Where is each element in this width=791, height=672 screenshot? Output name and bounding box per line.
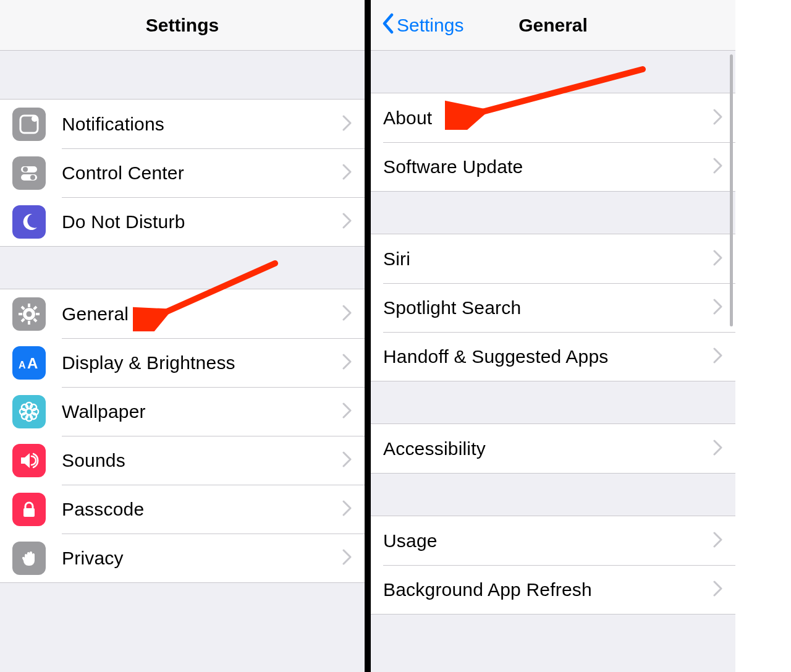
scroll-indicator[interactable]	[730, 54, 733, 326]
general-pane: Settings General About Software Update S…	[371, 0, 735, 672]
row-label: Wallpaper	[62, 401, 342, 422]
row-label: Software Update	[383, 156, 713, 177]
chevron-right-icon	[342, 500, 352, 519]
chevron-right-icon	[713, 109, 723, 127]
general-row-software-update[interactable]: Software Update	[371, 142, 735, 191]
back-label: Settings	[397, 15, 463, 36]
svg-rect-11	[33, 305, 37, 310]
general-row-siri[interactable]: Siri	[371, 234, 735, 283]
row-label: Do Not Disturb	[62, 211, 342, 232]
row-label: Privacy	[62, 548, 342, 569]
chevron-right-icon	[713, 250, 723, 268]
settings-row-notifications[interactable]: Notifications	[0, 100, 365, 148]
page-title: General	[518, 15, 588, 36]
row-label: Usage	[383, 530, 713, 551]
page-title: Settings	[146, 15, 219, 36]
row-label: Control Center	[62, 163, 342, 184]
settings-group: Notifications Control Center	[0, 99, 365, 247]
chevron-right-icon	[713, 158, 723, 176]
chevron-right-icon	[713, 299, 723, 317]
row-label: About	[383, 108, 713, 129]
control-center-icon	[12, 156, 46, 190]
row-label: Siri	[383, 249, 713, 270]
chevron-right-icon	[342, 213, 352, 231]
section-gap	[371, 192, 735, 234]
chevron-right-icon	[713, 532, 723, 550]
chevron-right-icon	[342, 402, 352, 421]
settings-row-display-brightness[interactable]: A A Display & Brightness	[0, 338, 365, 387]
chevron-right-icon	[342, 305, 352, 323]
chevron-right-icon	[713, 347, 723, 366]
svg-text:A: A	[19, 360, 26, 370]
general-row-accessibility[interactable]: Accessibility	[371, 424, 735, 473]
chevron-right-icon	[342, 115, 352, 134]
row-label: General	[62, 304, 342, 325]
chevron-right-icon	[342, 549, 352, 568]
svg-rect-14	[33, 318, 37, 322]
general-group: Usage Background App Refresh	[371, 516, 735, 615]
settings-pane: Settings Notifications	[0, 0, 365, 672]
general-row-bg-refresh[interactable]: Background App Refresh	[371, 565, 735, 614]
chevron-right-icon	[713, 440, 723, 458]
text-size-icon: A A	[12, 346, 46, 380]
settings-row-privacy[interactable]: Privacy	[0, 534, 365, 582]
hand-icon	[12, 542, 46, 575]
row-label: Accessibility	[383, 438, 713, 459]
settings-row-sounds[interactable]: Sounds	[0, 436, 365, 485]
gear-icon	[12, 297, 46, 331]
page-gutter	[735, 0, 791, 672]
row-label: Display & Brightness	[62, 352, 342, 373]
chevron-right-icon	[342, 164, 352, 182]
section-gap	[371, 51, 735, 93]
svg-rect-13	[21, 305, 25, 310]
speaker-icon	[12, 444, 46, 477]
svg-rect-7	[28, 304, 30, 307]
svg-text:A: A	[27, 355, 38, 372]
chevron-right-icon	[713, 581, 723, 599]
settings-group: General A A Display & Brightness	[0, 289, 365, 583]
chevron-left-icon	[382, 13, 394, 38]
row-label: Handoff & Suggested Apps	[383, 346, 713, 367]
chevron-right-icon	[342, 451, 352, 470]
navbar-settings: Settings	[0, 0, 365, 51]
navbar-general: Settings General	[371, 0, 735, 51]
section-gap	[0, 247, 365, 289]
svg-point-5	[30, 175, 35, 180]
svg-rect-12	[21, 318, 25, 322]
row-label: Notifications	[62, 114, 342, 135]
section-gap	[0, 51, 365, 57]
lock-icon	[12, 493, 46, 526]
row-label: Background App Refresh	[383, 579, 713, 600]
row-label: Passcode	[62, 499, 342, 520]
back-button[interactable]: Settings	[382, 0, 463, 51]
general-row-spotlight[interactable]: Spotlight Search	[371, 283, 735, 332]
row-label: Spotlight Search	[383, 297, 713, 318]
svg-rect-10	[36, 313, 40, 315]
section-gap	[371, 474, 735, 516]
svg-rect-27	[23, 508, 35, 517]
section-gap	[0, 57, 365, 99]
pane-divider	[365, 0, 371, 672]
svg-point-3	[23, 167, 28, 172]
settings-row-passcode[interactable]: Passcode	[0, 485, 365, 534]
general-row-about[interactable]: About	[371, 93, 735, 142]
settings-row-do-not-disturb[interactable]: Do Not Disturb	[0, 197, 365, 246]
chevron-right-icon	[342, 354, 352, 372]
general-group: Siri Spotlight Search Handoff & Suggeste…	[371, 234, 735, 381]
section-gap	[371, 381, 735, 423]
settings-row-control-center[interactable]: Control Center	[0, 148, 365, 197]
general-row-usage[interactable]: Usage	[371, 516, 735, 565]
svg-point-15	[27, 311, 32, 317]
svg-point-1	[32, 116, 38, 122]
settings-row-general[interactable]: General	[0, 289, 365, 338]
moon-icon	[12, 205, 46, 239]
general-group: About Software Update	[371, 93, 735, 192]
notifications-icon	[12, 108, 46, 141]
svg-rect-9	[19, 313, 22, 315]
svg-rect-8	[28, 321, 30, 325]
general-group: Accessibility	[371, 423, 735, 474]
general-row-handoff[interactable]: Handoff & Suggested Apps	[371, 332, 735, 381]
flower-icon	[12, 395, 46, 428]
row-label: Sounds	[62, 450, 342, 471]
settings-row-wallpaper[interactable]: Wallpaper	[0, 387, 365, 436]
